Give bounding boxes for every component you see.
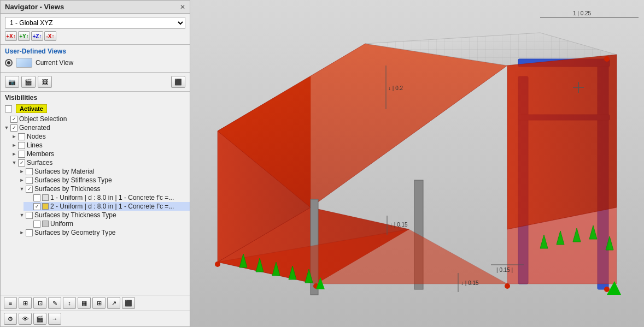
label-surfaces: Surfaces xyxy=(27,159,52,167)
check-nodes[interactable] xyxy=(18,133,25,140)
btn-visibility[interactable]: 👁 xyxy=(19,313,32,325)
check-uniform[interactable] xyxy=(33,221,40,228)
check-thick-2[interactable] xyxy=(33,203,40,210)
activate-checkbox[interactable] xyxy=(5,105,12,112)
check-surf-by-thick-type[interactable] xyxy=(26,212,33,219)
expand-nodes[interactable] xyxy=(10,133,18,140)
tree-item-nodes[interactable]: Nodes xyxy=(8,132,190,141)
bottom-toolbar-2: ⚙ 👁 🎬 → xyxy=(1,311,190,326)
3d-viewport[interactable]: 1 | 0.25 ↓ | 0.2 ↓ | 0.15 ↓ | 0.15 | 0.1… xyxy=(190,0,644,327)
toolbar-row: 📷 🎬 🖼 ⬛ xyxy=(1,74,190,90)
expand-surf-by-thick-type[interactable] xyxy=(18,211,26,219)
check-surf-by-geom[interactable] xyxy=(26,229,33,236)
video-button[interactable]: 🎬 xyxy=(21,76,36,88)
divider-3 xyxy=(1,91,190,92)
current-view-thumbnail xyxy=(16,58,32,68)
tree-item-thick-1[interactable]: 1 - Uniform | d : 8.0 in | 1 - Concrete … xyxy=(24,193,190,202)
btn-edit[interactable]: ✎ xyxy=(48,297,61,309)
btn-filter[interactable]: ▦ xyxy=(78,297,91,309)
label-generated: Generated xyxy=(19,124,50,132)
tree-item-uniform[interactable]: Uniform xyxy=(24,219,190,228)
view-x-neg-button[interactable]: -X↑ xyxy=(44,31,56,41)
expand-surf-by-mat[interactable] xyxy=(18,168,26,175)
check-lines[interactable] xyxy=(18,142,25,149)
btn-export[interactable]: ↗ xyxy=(107,297,120,309)
camera-button[interactable]: 📷 xyxy=(5,76,19,88)
label-surf-by-mat: Surfaces by Material xyxy=(34,168,94,175)
tree-item-surf-by-mat[interactable]: Surfaces by Material xyxy=(16,167,190,176)
svg-text:| 0.15 |: | 0.15 | xyxy=(496,267,513,273)
tree-item-object-selection[interactable]: Object Selection xyxy=(1,115,190,123)
divider-2 xyxy=(1,72,190,73)
label-surf-by-geom: Surfaces by Geometry Type xyxy=(34,229,116,236)
expand-lines[interactable] xyxy=(10,141,18,149)
close-button[interactable]: ✕ xyxy=(180,3,185,11)
svg-point-39 xyxy=(505,283,510,289)
expand-surf-by-geom[interactable] xyxy=(18,229,26,236)
btn-rec-red[interactable]: ⬛ xyxy=(122,297,135,309)
check-thick-1[interactable] xyxy=(33,194,40,201)
expand-surf-by-stiff[interactable] xyxy=(18,176,26,184)
tree-item-lines[interactable]: Lines xyxy=(8,141,190,150)
current-view-row: Current View xyxy=(1,57,190,71)
btn-grid[interactable]: ⊞ xyxy=(92,297,106,309)
activate-button[interactable]: Activate xyxy=(16,104,47,113)
btn-arrow[interactable]: → xyxy=(48,313,61,325)
tree-scroll-container: Object Selection Generated Nodes Lines xyxy=(1,115,190,295)
view-x-pos-button[interactable]: +X↑ xyxy=(5,31,17,41)
tree-item-generated[interactable]: Generated xyxy=(1,123,190,132)
btn-copy[interactable]: ⊡ xyxy=(33,297,46,309)
expand-surfaces[interactable] xyxy=(10,159,18,167)
label-thick-1: 1 - Uniform | d : 8.0 in | 1 - Concrete … xyxy=(50,194,174,201)
expand-uniform xyxy=(26,220,33,228)
toolbar-left: 📷 🎬 🖼 xyxy=(5,76,52,88)
record-button[interactable]: ⬛ xyxy=(171,76,185,88)
btn-layers[interactable]: ≡ xyxy=(4,297,17,309)
label-thick-2: 2 - Uniform | d : 8.0 in | 1 - Concrete … xyxy=(50,203,174,210)
svg-text:↓ | 0.15: ↓ | 0.15 xyxy=(390,222,408,228)
label-members: Members xyxy=(27,150,54,158)
user-defined-views-header: User-Defined Views xyxy=(1,46,190,57)
check-members[interactable] xyxy=(18,151,25,158)
expand-thick-2 xyxy=(26,203,33,210)
label-uniform: Uniform xyxy=(50,220,73,228)
svg-marker-10 xyxy=(507,55,617,229)
tree-item-surf-by-geom[interactable]: Surfaces by Geometry Type xyxy=(16,228,190,237)
check-generated[interactable] xyxy=(10,124,17,132)
image-button[interactable]: 🖼 xyxy=(38,76,52,88)
check-object-selection[interactable] xyxy=(10,116,17,123)
view-y-pos-button[interactable]: +Y↑ xyxy=(18,31,30,41)
current-view-radio[interactable] xyxy=(5,59,13,67)
svg-text:↓ | 0.2: ↓ | 0.2 xyxy=(388,85,403,91)
svg-point-40 xyxy=(604,287,610,292)
tree-item-thick-2[interactable]: 2 - Uniform | d : 8.0 in | 1 - Concrete … xyxy=(24,202,190,211)
check-surf-by-stiff[interactable] xyxy=(26,177,33,184)
btn-settings[interactable]: ⚙ xyxy=(4,313,17,325)
check-surfaces[interactable] xyxy=(18,159,25,167)
bottom-toolbar-1: ≡ ⊞ ⊡ ✎ ↕ ▦ ⊞ ↗ ⬛ xyxy=(1,295,190,311)
swatch-thick-2 xyxy=(42,203,49,210)
viewport-panel: 1 | 0.25 ↓ | 0.2 ↓ | 0.15 ↓ | 0.15 | 0.1… xyxy=(190,0,644,327)
tree-item-surf-by-thick[interactable]: Surfaces by Thickness xyxy=(16,185,190,193)
panel-titlebar: Navigator - Views ✕ xyxy=(1,1,190,14)
label-surf-by-thick: Surfaces by Thickness xyxy=(34,185,101,193)
label-surf-by-stiff: Surfaces by Stiffness Type xyxy=(34,176,112,184)
tree-item-surfaces[interactable]: Surfaces xyxy=(8,158,190,167)
tree-item-members[interactable]: Members xyxy=(8,150,190,158)
expand-members[interactable] xyxy=(10,150,18,158)
tree-item-surf-by-stiff[interactable]: Surfaces by Stiffness Type xyxy=(16,176,190,185)
label-nodes: Nodes xyxy=(27,133,46,140)
tree-inner[interactable]: Object Selection Generated Nodes Lines xyxy=(1,115,190,295)
axis-icons-row: +X↑ +Y↑ +Z↑ -X↑ xyxy=(1,30,190,43)
expand-surf-by-thick[interactable] xyxy=(18,185,26,193)
check-surf-by-mat[interactable] xyxy=(26,168,33,175)
expand-generated[interactable] xyxy=(3,124,10,132)
btn-new-view[interactable]: ⊞ xyxy=(19,297,32,309)
tree-item-surf-by-thick-type[interactable]: Surfaces by Thickness Type xyxy=(16,211,190,219)
view-z-pos-button[interactable]: +Z↑ xyxy=(31,31,43,41)
btn-camera[interactable]: 🎬 xyxy=(33,313,46,325)
btn-sort[interactable]: ↕ xyxy=(63,297,76,309)
check-surf-by-thick[interactable] xyxy=(26,186,33,193)
coord-system-select[interactable]: 1 - Global XYZ xyxy=(5,17,185,29)
label-object-selection: Object Selection xyxy=(19,115,67,123)
